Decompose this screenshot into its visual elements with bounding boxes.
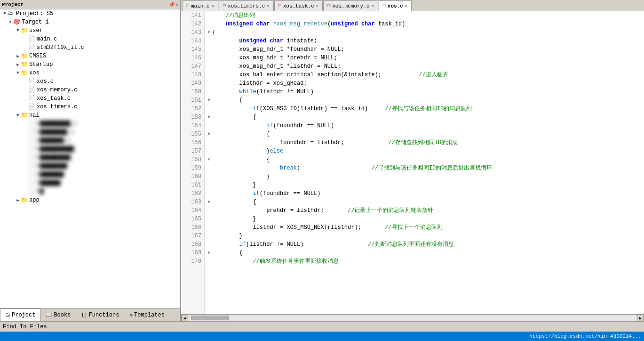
expand-icon-target1[interactable]: ▼: [8, 19, 13, 25]
file-icon-hal-3: 📄: [28, 137, 36, 145]
main-c-label: main.c: [37, 36, 57, 42]
code-line-146: xos_msg_hdr_t *prehdr = NULL;: [207, 54, 642, 62]
tree-item-hal-6[interactable]: 📄 h████████: [0, 162, 180, 170]
folder-icon-app: 📁: [21, 196, 28, 204]
tab-label-xos-memory: xos_memory.c: [332, 3, 369, 9]
tab-main-c[interactable]: □ main.c ✕: [182, 0, 218, 11]
bottom-tab-templates[interactable]: ◇ Templates: [124, 309, 169, 321]
cmsis-label: CMSIS: [29, 53, 46, 59]
tree-item-target1[interactable]: ▼ 🎯 Target 1: [0, 18, 180, 26]
code-line-168: if(listhdr != NULL) //判断消息队列里面还有没有消息: [207, 240, 642, 249]
expand-icon-xos[interactable]: ▼: [15, 70, 21, 76]
tab-close-xos-memory[interactable]: ✕: [371, 3, 374, 8]
tree-item-xos-c[interactable]: 📄 xos.c: [0, 77, 180, 86]
tree-item-hal-7[interactable]: 📄 h███████: [0, 170, 180, 179]
hal-file-8-label: h██████: [37, 180, 60, 187]
code-line-166: listhdr = XOS_MSG_NEXT(listhdr); //寻找下一个…: [207, 223, 642, 232]
fold-btn-169[interactable]: ▼: [207, 251, 211, 255]
bottom-tab-project[interactable]: 🗂 Project: [0, 309, 40, 321]
tree-item-xos[interactable]: ▼ 📁 xos: [0, 69, 180, 77]
bottom-tab-bar: 🗂 Project 📖 Books {} Functions ◇ Templat…: [0, 308, 180, 321]
expand-icon-cmsis[interactable]: ▶: [15, 53, 21, 59]
app-label: app: [29, 197, 40, 203]
tree-item-hal-1[interactable]: 📄 h█████████.c: [0, 120, 180, 128]
tree-item-xos-task[interactable]: 📄 xos_task.c: [0, 94, 180, 103]
tree-item-startup[interactable]: ▶ 📁 Startup: [0, 60, 180, 69]
ln-167: 167: [181, 232, 204, 240]
project-tab-icon: 🗂: [5, 312, 10, 318]
code-line-164: prehdr = listhdr; //记录上一个的消息队列链表指针: [207, 206, 642, 215]
folder-icon-startup: 📁: [21, 61, 28, 68]
tree-item-hal-8[interactable]: 📄 h██████: [0, 179, 180, 187]
tab-xos-task[interactable]: □ xos_task.c ✕: [274, 0, 323, 11]
tree-item-xos-memory[interactable]: 📄 xos_memory.c: [0, 86, 180, 94]
fold-btn-153[interactable]: ▼: [207, 115, 211, 120]
fold-btn-151[interactable]: ▼: [207, 98, 211, 103]
expand-icon-project[interactable]: ▼: [2, 11, 8, 16]
expand-icon-hal[interactable]: ▼: [15, 113, 21, 118]
pin-icon[interactable]: 📌: [169, 2, 175, 8]
expand-icon-user[interactable]: ▼: [15, 28, 21, 33]
code-text[interactable]: //消息出列 unsigned char *xos_msg_receive(un…: [205, 11, 644, 314]
tab-xos-c[interactable]: □ xos.c ✕: [379, 0, 412, 11]
h-scroll-thumb[interactable]: [191, 316, 229, 320]
folder-icon-cmsis: 📁: [21, 52, 28, 60]
tree-item-app[interactable]: ▶ 📁 app: [0, 196, 180, 204]
file-icon-hal-4: 📄: [28, 146, 36, 153]
folder-icon-hal: 📁: [21, 112, 28, 119]
panel-header-icons: 📌 ✕: [169, 2, 178, 8]
ln-147: 147: [181, 62, 204, 71]
tree-item-hal-3[interactable]: 📄 h███████.c: [0, 137, 180, 145]
stm32-label: stm32f10x_it.c: [37, 44, 84, 51]
tree-item-hal-2[interactable]: 📄 h████████.c: [0, 128, 180, 137]
code-line-157: }else: [207, 147, 642, 155]
tab-close-xos-c[interactable]: ✕: [405, 3, 407, 8]
bottom-tab-functions[interactable]: {} Functions: [76, 309, 124, 321]
target-icon: 🎯: [13, 18, 21, 26]
project-tab-label: Project: [12, 312, 35, 318]
status-right: https://blog.csdn.net/xin_4300214...: [529, 333, 641, 339]
tab-close-xos-timers[interactable]: ✕: [267, 3, 269, 8]
tab-close-main-c[interactable]: ✕: [212, 3, 214, 8]
tree-item-hal-4[interactable]: 📄 h██████████: [0, 145, 180, 154]
bottom-tab-books[interactable]: 📖 Books: [40, 309, 76, 321]
close-panel-icon[interactable]: ✕: [175, 2, 178, 8]
tree-item-xos-timers[interactable]: 📄 xos_timers.c: [0, 103, 180, 111]
tree-item-user[interactable]: ▼ 📁 user: [0, 26, 180, 35]
tree-item-main-c[interactable]: 📄 main.c: [0, 35, 180, 43]
tree-item-hal-9[interactable]: 📄 h█: [0, 187, 180, 196]
functions-tab-icon: {}: [81, 312, 87, 318]
code-line-156: foundhdr = listhdr; //存储查找到相同ID的消息: [207, 138, 642, 147]
hal-file-3-label: h███████.c: [37, 138, 71, 144]
ln-157: 157: [181, 147, 204, 155]
code-line-151: ▼ {: [207, 96, 642, 105]
code-line-152: if(XOS_MSG_ID(listhdr) == task_id) //寻找与…: [207, 105, 642, 113]
ln-153: 153: [181, 113, 204, 122]
tree-item-hal[interactable]: ▼ 📁 hal: [0, 111, 180, 120]
fold-btn-158[interactable]: ▼: [207, 157, 211, 162]
h-scroll-track[interactable]: [189, 315, 636, 321]
fold-btn-163[interactable]: ▼: [207, 200, 211, 204]
tree-item-project[interactable]: ▼ 🗂 Project: S5: [0, 9, 180, 18]
books-tab-label: Books: [54, 312, 71, 318]
ln-155: 155: [181, 130, 204, 138]
expand-icon-startup[interactable]: ▶: [15, 62, 21, 67]
tree-item-hal-5[interactable]: 📄 h█████████: [0, 154, 180, 162]
tree-item-cmsis[interactable]: ▶ 📁 CMSIS: [0, 52, 180, 60]
horizontal-scrollbar[interactable]: ◀ ▶: [181, 314, 644, 321]
ln-170: 170: [181, 257, 204, 266]
fold-btn-143[interactable]: ▼: [207, 30, 211, 35]
h-scroll-right[interactable]: ▶: [637, 315, 644, 322]
tab-xos-timers[interactable]: □ xos_timers.c ✕: [219, 0, 274, 11]
tab-label-xos-timers: xos_timers.c: [228, 3, 265, 9]
code-line-148: xos_hal_enter_critical_section(&intstate…: [207, 71, 642, 79]
code-line-144: unsigned char intstate;: [207, 37, 642, 45]
tab-xos-memory[interactable]: □ xos_memory.c ✕: [323, 0, 378, 11]
h-scroll-left[interactable]: ◀: [181, 315, 188, 322]
code-line-141: //消息出列: [207, 11, 642, 20]
fold-btn-155[interactable]: ▼: [207, 132, 211, 137]
code-editor[interactable]: 141 142 143 144 145 146 147 148 149 150 …: [181, 11, 644, 314]
expand-icon-app[interactable]: ▶: [15, 197, 21, 203]
tree-item-stm32[interactable]: 📄 stm32f10x_it.c: [0, 43, 180, 52]
tab-close-xos-task[interactable]: ✕: [316, 3, 318, 8]
